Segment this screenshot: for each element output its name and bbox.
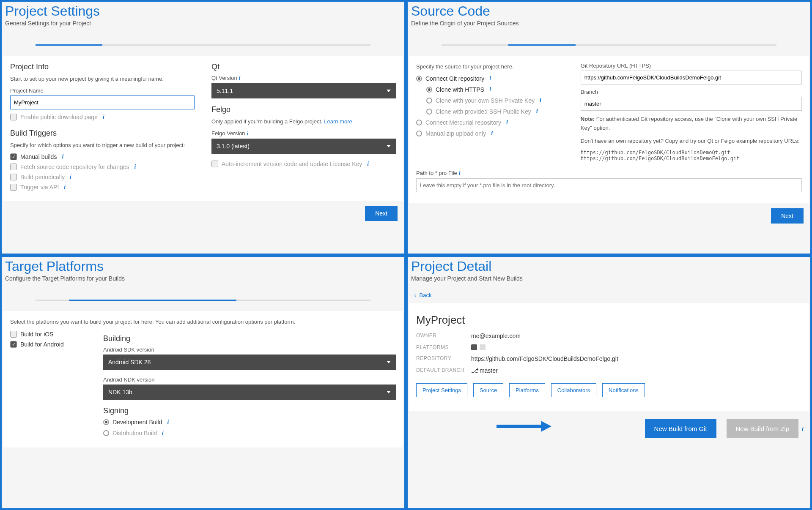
android-icon (471, 344, 477, 350)
source-code-subtitle: Define the Origin of your Project Source… (408, 19, 810, 32)
info-icon[interactable]: i (70, 174, 71, 180)
felgo-heading: Felgo (211, 105, 396, 114)
build-android-checkbox[interactable] (10, 341, 17, 348)
next-button[interactable]: Next (771, 208, 804, 224)
example-url-1: https://github.com/FelgoSDK/CloudBuildsD… (581, 150, 802, 155)
owner-value: me@example.com (471, 333, 521, 339)
manual-zip-radio[interactable] (416, 131, 422, 136)
fetch-label: Fetch source code repository for changes (20, 164, 129, 170)
project-detail-title: Project Detail (408, 257, 810, 274)
info-icon[interactable]: i (64, 184, 66, 191)
wizard-progress (442, 44, 776, 46)
info-icon[interactable]: i (491, 130, 493, 137)
tab-project-settings[interactable]: Project Settings (416, 383, 467, 397)
dev-build-radio[interactable] (103, 419, 109, 425)
public-download-checkbox[interactable] (10, 114, 17, 120)
info-icon[interactable]: i (239, 75, 241, 81)
tab-platforms[interactable]: Platforms (509, 383, 545, 397)
clone-ssh-pub-label: Clone with provided SSH Public Key (436, 108, 531, 115)
felgo-helper: Only applied if you're building a Felgo … (211, 117, 396, 126)
info-icon[interactable]: i (540, 97, 541, 104)
tab-collaborators[interactable]: Collaborators (551, 383, 596, 397)
sdk-label: Android SDK version (103, 346, 396, 353)
learn-more-link[interactable]: Learn more (324, 118, 352, 125)
info-icon[interactable]: i (134, 164, 136, 170)
dist-build-radio[interactable] (103, 430, 109, 436)
platforms-key: PLATFORMS (416, 344, 471, 350)
periodic-label: Build periodically (20, 174, 65, 180)
project-detail-subtitle: Manage your Project and Start New Builds (408, 274, 810, 287)
project-info-heading: Project Info (10, 63, 195, 71)
project-name-label: Project Name (10, 87, 195, 94)
target-platforms-title: Target Platforms (2, 257, 404, 274)
info-icon[interactable]: i (367, 161, 369, 167)
info-icon[interactable]: i (489, 86, 491, 93)
new-build-git-button[interactable]: New Build from Git (645, 419, 716, 438)
periodic-checkbox[interactable] (10, 174, 17, 180)
qt-version-select[interactable]: 5.11.1 (211, 83, 396, 98)
connect-git-label: Connect Git repository (425, 75, 484, 82)
clone-ssh-pub-radio[interactable] (426, 109, 432, 115)
tab-source[interactable]: Source (473, 383, 503, 397)
build-triggers-heading: Build Triggers (10, 129, 195, 138)
info-icon[interactable]: i (536, 108, 538, 115)
build-ios-label: Build for iOS (20, 331, 54, 338)
back-link[interactable]: ‹ Back (408, 287, 438, 303)
connect-hg-radio[interactable] (416, 120, 422, 125)
wizard-progress (36, 44, 370, 46)
clone-ssh-key-radio[interactable] (426, 98, 432, 104)
no-repo-text: Don't have an own repository yet? Copy a… (581, 137, 802, 146)
info-icon[interactable]: i (459, 170, 461, 176)
clone-https-label: Clone with HTTPS (436, 86, 484, 93)
qt-version-label: Qt Versioni (211, 75, 396, 82)
next-button[interactable]: Next (365, 206, 398, 221)
branch-label: Branch (581, 89, 802, 95)
info-icon[interactable]: i (167, 419, 169, 425)
api-checkbox[interactable] (10, 184, 17, 191)
info-icon[interactable]: i (489, 75, 491, 82)
project-detail-panel: Project Detail Manage your Project and S… (406, 255, 812, 510)
qt-heading: Qt (211, 63, 396, 71)
sdk-select[interactable]: Android SDK 28 (103, 355, 396, 370)
info-icon[interactable]: i (103, 114, 104, 120)
info-icon[interactable]: i (247, 130, 249, 136)
pro-path-input[interactable] (416, 178, 802, 192)
tab-notifications[interactable]: Notifications (602, 383, 645, 397)
target-platforms-subtitle: Configure the Target Platforms for your … (2, 274, 404, 287)
git-url-input[interactable] (581, 71, 802, 85)
owner-key: OWNER (416, 333, 471, 339)
branch-input[interactable] (581, 97, 802, 111)
svg-marker-1 (541, 421, 551, 432)
ndk-select[interactable]: NDK 13b (103, 385, 396, 400)
connect-git-radio[interactable] (416, 76, 422, 82)
info-icon[interactable]: i (162, 430, 164, 436)
source-code-title: Source Code (408, 2, 810, 19)
ndk-label: Android NDK version (103, 376, 396, 383)
project-settings-panel: Project Settings General Settings for yo… (0, 0, 406, 255)
branch-key: DEFAULT BRANCH (416, 367, 471, 374)
build-ios-checkbox[interactable] (10, 331, 17, 338)
signing-heading: Signing (103, 406, 396, 415)
project-name-input[interactable] (10, 95, 195, 109)
info-icon[interactable]: i (62, 153, 63, 160)
manual-zip-label: Manual zip upload only (425, 130, 486, 137)
target-platforms-panel: Target Platforms Configure the Target Pl… (0, 255, 406, 510)
clone-ssh-key-label: Clone with your own SSH Private Key (436, 97, 535, 104)
platforms-value (471, 344, 486, 350)
arrow-icon (497, 420, 551, 433)
manual-builds-checkbox[interactable] (10, 153, 17, 160)
git-url-label: Git Repository URL (HTTPS) (581, 63, 802, 69)
build-android-label: Build for Android (20, 341, 64, 348)
info-icon[interactable]: i (802, 426, 804, 432)
dev-build-label: Development Build (112, 419, 162, 425)
new-build-zip-button[interactable]: New Build from Zip (727, 419, 799, 438)
fetch-checkbox[interactable] (10, 164, 17, 170)
info-icon[interactable]: i (506, 119, 508, 126)
repo-value: https://github.com/FelgoSDK/CloudBuildsD… (471, 355, 618, 362)
clone-https-radio[interactable] (426, 87, 432, 93)
manual-builds-label: Manual builds (20, 153, 57, 160)
auto-increment-checkbox[interactable] (211, 161, 218, 167)
pro-path-label: Path to *.pro Filei (416, 170, 802, 177)
specify-source-label: Specify the source for your project here… (416, 63, 564, 71)
felgo-version-select[interactable]: 3.1.0 (latest) (211, 139, 396, 154)
